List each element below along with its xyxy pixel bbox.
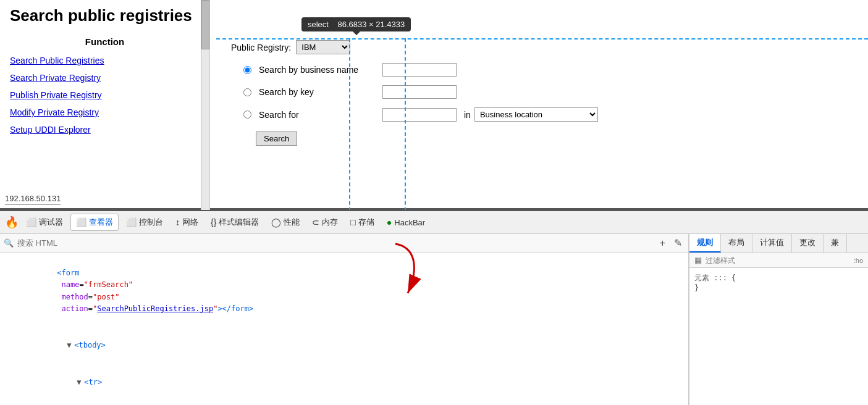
- radio-row-key: Search by key: [231, 85, 856, 99]
- search-button[interactable]: Search: [256, 132, 297, 146]
- sidebar-item-search-private[interactable]: Search Private Registry: [0, 69, 209, 86]
- sidebar-scrollbar[interactable]: [201, 0, 209, 210]
- radio-search-business-name[interactable]: [243, 66, 251, 74]
- radio-row-business-name: Search by business name: [231, 63, 856, 77]
- sidebar-item-search-public[interactable]: Search Public Registries: [0, 52, 209, 69]
- business-name-input[interactable]: [382, 63, 457, 77]
- sidebar-item-setup-uddi[interactable]: Setup UDDI Explorer: [0, 121, 209, 138]
- radio-label-search-for: Search for: [259, 110, 382, 120]
- function-header: Function: [0, 34, 209, 52]
- key-input[interactable]: [382, 85, 457, 99]
- sidebar-item-modify-private[interactable]: Modify Private Registry: [0, 104, 209, 121]
- sidebar-scrollbar-thumb[interactable]: [201, 0, 209, 49]
- registry-row: Public Registry: IBM IBM V2 Microsoft XM…: [231, 40, 856, 54]
- sidebar: Function Search Public Registries Search…: [0, 0, 210, 210]
- element-tooltip: select 86.6833 × 21.4333: [301, 17, 411, 31]
- radio-label-business-name: Search by business name: [259, 65, 382, 75]
- search-button-row: Search: [243, 132, 856, 146]
- server-ip: 192.168.50.131: [5, 194, 61, 205]
- location-select[interactable]: Business location Business name: [474, 107, 598, 122]
- public-registry-label: Public Registry:: [231, 43, 291, 52]
- in-label: in: [464, 110, 471, 120]
- radio-row-search-for: Search for in Business location Business…: [231, 107, 856, 122]
- radio-label-key: Search by key: [259, 87, 382, 97]
- main-form-area: Public Registry: IBM IBM V2 Microsoft XM…: [219, 34, 868, 152]
- sidebar-item-publish-private[interactable]: Publish Private Registry: [0, 86, 209, 104]
- radio-search-key[interactable]: [243, 88, 251, 96]
- radio-search-for[interactable]: [243, 111, 251, 119]
- registry-select[interactable]: IBM IBM V2 Microsoft XMethods: [296, 40, 350, 54]
- top-section: Search public registries select 86.6833 …: [0, 0, 868, 210]
- search-for-input[interactable]: [382, 108, 457, 122]
